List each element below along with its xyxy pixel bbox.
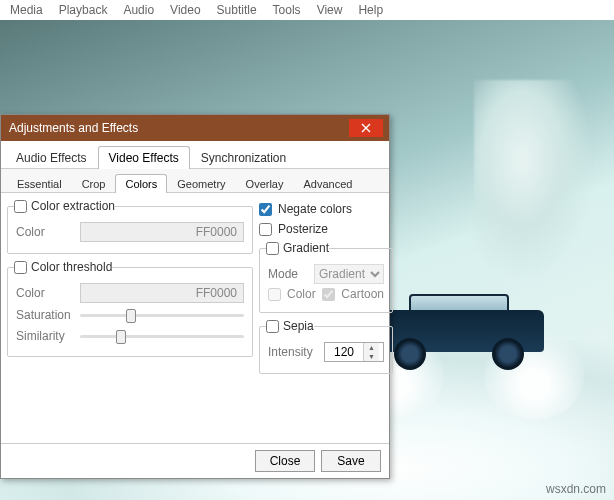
gradient-checkbox[interactable] xyxy=(266,242,279,255)
adjustments-effects-dialog: Adjustments and Effects Audio Effects Vi… xyxy=(0,114,390,479)
color-extraction-label: Color extraction xyxy=(31,199,115,213)
color-threshold-label: Color threshold xyxy=(31,260,112,274)
gradient-cartoon-checkbox[interactable] xyxy=(322,288,335,301)
sepia-checkbox[interactable] xyxy=(266,320,279,333)
color-threshold-group: Color threshold Color Saturation Similar… xyxy=(7,260,253,357)
gradient-group: Gradient Mode Gradient Color Cartoon xyxy=(259,241,393,313)
dialog-title: Adjustments and Effects xyxy=(9,121,349,135)
saturation-label: Saturation xyxy=(16,308,74,322)
posterize-label: Posterize xyxy=(278,222,328,236)
sepia-intensity-spinner[interactable]: ▲ ▼ xyxy=(324,342,384,362)
gradient-mode-label: Mode xyxy=(268,267,308,281)
color-threshold-checkbox[interactable] xyxy=(14,261,27,274)
negate-colors-checkbox[interactable] xyxy=(259,203,272,216)
subtab-geometry[interactable]: Geometry xyxy=(167,174,235,193)
sepia-label: Sepia xyxy=(283,319,314,333)
subtab-colors[interactable]: Colors xyxy=(115,174,167,193)
colors-pane: Color extraction Color Color threshold C… xyxy=(1,193,389,443)
dialog-footer: Close Save xyxy=(1,443,389,478)
menu-bar: Media Playback Audio Video Subtitle Tool… xyxy=(0,0,614,20)
negate-colors-label: Negate colors xyxy=(278,202,352,216)
threshold-color-label: Color xyxy=(16,286,74,300)
menu-audio[interactable]: Audio xyxy=(123,3,154,17)
sepia-intensity-input[interactable] xyxy=(325,344,363,360)
dialog-close-button[interactable] xyxy=(349,119,383,137)
posterize-checkbox[interactable] xyxy=(259,223,272,236)
menu-help[interactable]: Help xyxy=(358,3,383,17)
threshold-color-input[interactable] xyxy=(80,283,244,303)
save-button[interactable]: Save xyxy=(321,450,381,472)
sepia-intensity-label: Intensity xyxy=(268,345,318,359)
extraction-color-input[interactable] xyxy=(80,222,244,242)
subtab-crop[interactable]: Crop xyxy=(72,174,116,193)
menu-subtitle[interactable]: Subtitle xyxy=(217,3,257,17)
extraction-color-label: Color xyxy=(16,225,74,239)
video-effects-subtabs: Essential Crop Colors Geometry Overlay A… xyxy=(1,169,389,193)
sepia-group: Sepia Intensity ▲ ▼ xyxy=(259,319,393,374)
subtab-advanced[interactable]: Advanced xyxy=(293,174,362,193)
menu-view[interactable]: View xyxy=(317,3,343,17)
close-button[interactable]: Close xyxy=(255,450,315,472)
similarity-slider[interactable] xyxy=(80,327,244,345)
tab-video-effects[interactable]: Video Effects xyxy=(98,146,190,169)
tab-synchronization[interactable]: Synchronization xyxy=(190,146,297,169)
spinner-up-icon[interactable]: ▲ xyxy=(364,343,379,352)
menu-tools[interactable]: Tools xyxy=(273,3,301,17)
scene-tree xyxy=(474,80,594,280)
tab-audio-effects[interactable]: Audio Effects xyxy=(5,146,98,169)
close-icon xyxy=(361,123,371,133)
subtab-essential[interactable]: Essential xyxy=(7,174,72,193)
watermark: wsxdn.com xyxy=(546,482,606,496)
gradient-color-checkbox[interactable] xyxy=(268,288,281,301)
scene-car xyxy=(384,300,544,370)
menu-playback[interactable]: Playback xyxy=(59,3,108,17)
menu-video[interactable]: Video xyxy=(170,3,200,17)
subtab-overlay[interactable]: Overlay xyxy=(236,174,294,193)
gradient-color-label: Color xyxy=(287,287,316,301)
colors-left-column: Color extraction Color Color threshold C… xyxy=(7,199,253,435)
similarity-label: Similarity xyxy=(16,329,74,343)
color-extraction-group: Color extraction Color xyxy=(7,199,253,254)
color-extraction-checkbox[interactable] xyxy=(14,200,27,213)
spinner-down-icon[interactable]: ▼ xyxy=(364,352,379,361)
gradient-cartoon-label: Cartoon xyxy=(341,287,384,301)
gradient-mode-select[interactable]: Gradient xyxy=(314,264,384,284)
colors-right-column: Negate colors Posterize Gradient Mode Gr… xyxy=(259,199,393,435)
gradient-label: Gradient xyxy=(283,241,329,255)
dialog-titlebar[interactable]: Adjustments and Effects xyxy=(1,115,389,141)
menu-media[interactable]: Media xyxy=(10,3,43,17)
dialog-tabs: Audio Effects Video Effects Synchronizat… xyxy=(1,141,389,169)
saturation-slider[interactable] xyxy=(80,306,244,324)
